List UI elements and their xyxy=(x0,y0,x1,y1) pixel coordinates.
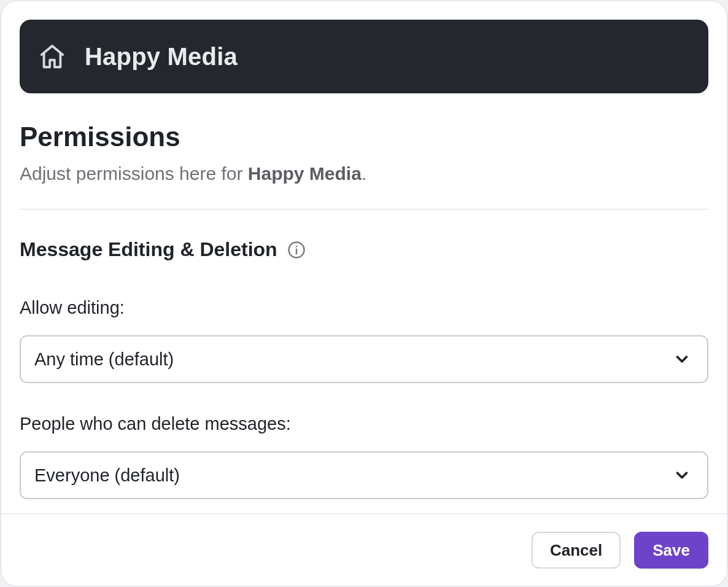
svg-point-2 xyxy=(295,246,297,247)
card-content: Happy Media Permissions Adjust permissio… xyxy=(1,1,727,513)
page-subtitle: Adjust permissions here for Happy Media. xyxy=(20,163,708,184)
subtitle-suffix: . xyxy=(362,163,366,184)
home-icon xyxy=(38,42,66,71)
allow-editing-value: Any time (default) xyxy=(34,349,174,370)
page-title: Permissions xyxy=(20,122,708,152)
allow-editing-select[interactable]: Any time (default) xyxy=(20,335,708,383)
section-heading-text: Message Editing & Deletion xyxy=(20,238,277,261)
delete-people-select[interactable]: Everyone (default) xyxy=(20,451,708,499)
delete-people-label: People who can delete messages: xyxy=(20,414,708,434)
section-heading: Message Editing & Deletion xyxy=(20,238,708,261)
workspace-header: Happy Media xyxy=(20,20,708,93)
chevron-down-icon xyxy=(673,466,691,484)
subtitle-subject: Happy Media xyxy=(248,163,362,184)
cancel-button[interactable]: Cancel xyxy=(532,532,621,569)
delete-people-value: Everyone (default) xyxy=(34,465,180,486)
subtitle-prefix: Adjust permissions here for xyxy=(20,163,248,184)
workspace-title: Happy Media xyxy=(85,43,238,71)
allow-editing-label: Allow editing: xyxy=(20,298,708,318)
section-divider xyxy=(20,209,708,210)
save-button[interactable]: Save xyxy=(634,532,708,569)
chevron-down-icon xyxy=(673,350,691,368)
info-icon[interactable] xyxy=(287,241,306,259)
footer-actions: Cancel Save xyxy=(1,513,727,586)
permissions-card: Happy Media Permissions Adjust permissio… xyxy=(0,0,728,587)
